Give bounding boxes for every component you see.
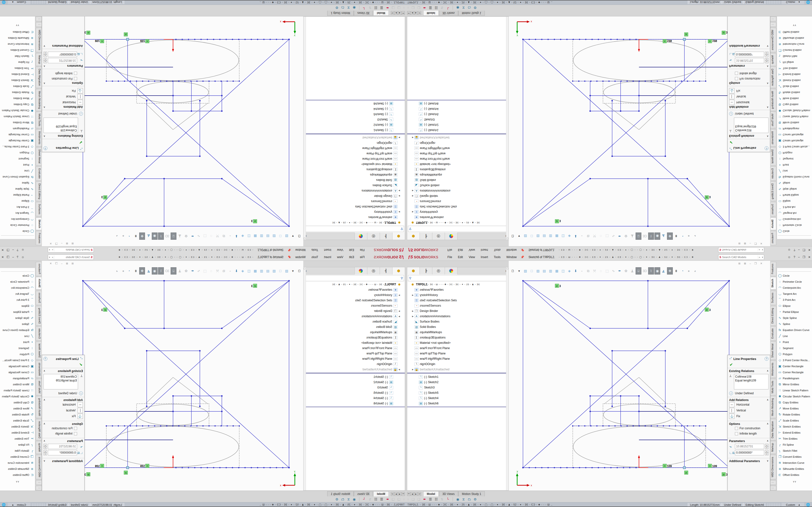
menu-item-convert-entities[interactable]: ❐Convert Entities [777,454,812,460]
tree-item-design-binder[interactable]: ▶❐Design Binder [304,193,405,199]
mdi-control-0[interactable]: ⊞ [71,242,74,245]
tree-item-favorites[interactable]: ★FavoritesFavorites [304,215,405,220]
globe-icon[interactable]: 🌐 [806,503,810,507]
close-button[interactable]: ✕ [808,248,811,251]
mdi-control-2[interactable]: – [61,262,62,265]
checkbox[interactable] [74,432,77,435]
toolbar-icon-19[interactable]: ⊥ [629,267,635,275]
menu-item-tangent-arc[interactable]: ◡Tangent Arc [0,291,35,297]
relation-entry[interactable]: Collinear108 [45,128,77,132]
bottom-toolbar-icon-5[interactable]: ⇅ [367,497,373,501]
mdi-control-3[interactable]: ❐ [55,242,58,245]
toolbar-icon-26[interactable]: ⩩ [133,267,139,275]
menu-item-equation-driven-curve[interactable]: fxEquation Driven Curve [0,327,35,333]
toolbar-icon-16[interactable]: ∿ [196,267,202,275]
search-dropdown-icon[interactable]: ▾ [761,256,764,258]
tree-item-selection-sets[interactable]: ☰Selection SetsSelection Sets [304,204,405,209]
toolbar-icon-16[interactable]: ∿ [196,232,202,240]
toolbar-icon-17[interactable]: ✒ [190,267,195,275]
tab-configurationmanager[interactable]: ⦿ [433,267,445,275]
menu-item-line[interactable]: ╱Line [0,168,35,174]
tab-nav-3[interactable]: ⏭ [418,11,421,15]
bottom-toolbar-icon-0[interactable]: ❏ [410,6,416,10]
toolbar-icon-14[interactable]: ◌ [208,232,214,240]
toolbar-icon-8[interactable]: ◫ [246,267,252,275]
tab-displaymanager[interactable] [445,232,457,240]
toolbar-icon-1[interactable]: ▾ [290,232,296,240]
toolbar-icon-17[interactable]: ✒ [190,232,195,240]
tree-item-markups[interactable]: ▣MarkupsMarkups [304,172,405,177]
search-icon[interactable]: ⌕ [758,256,761,259]
tree-item-selection-sets[interactable]: ☰Selection SetsSelection Sets [407,298,508,303]
tree-scrollbar[interactable] [506,17,508,240]
menu-item-ellipse[interactable]: ⬭Ellipse [0,303,35,309]
relations-list[interactable]: Collinear108Equal length109 [734,118,768,133]
tree-item-annotations[interactable]: ▶AAnnotationsAnnotations [407,314,508,319]
tree-filter-input[interactable]: ∇ [304,275,404,281]
tab-nav-1[interactable]: ◀ [398,492,401,496]
menu-item-move-entities[interactable]: ↗Move Entities [777,405,812,411]
tree-item-sketch2[interactable]: ⊞(-) Sketch2 [407,380,508,385]
relation-entry[interactable]: Equal length109 [735,125,767,128]
globe-icon[interactable]: 🌐 [2,0,6,4]
pin-icon[interactable]: 📌 [288,256,292,259]
menu-item-intersection-curve[interactable]: ≋Intersection Curve [0,460,35,466]
menu-window[interactable]: Window [503,248,520,252]
menu-item-3-point-arc[interactable]: ⌒3 Point Arc [777,204,812,210]
option-for-construction[interactable]: For construction [44,76,83,81]
expand-icon[interactable]: ∨ [44,459,45,463]
bottom-toolbar-icon-5[interactable]: ⇅ [439,6,445,10]
toolbar-icon-22[interactable]: ⌇ [158,267,164,275]
length-spinner[interactable]: ▲▼ [765,444,768,449]
menu-item-segment[interactable]: ⁝Segment [0,345,35,351]
toolbar-icon-12[interactable]: ⧉ [221,232,227,240]
menu-view[interactable]: View [334,248,346,252]
tree-item-front-plane[interactable]: ▭Front PlaneFront Plane [407,156,508,162]
mdi-control-3[interactable]: ❐ [755,262,757,265]
toolbar-icon-18[interactable]: ✿ [623,232,629,240]
menu-item-extend-entities[interactable]: ⊢Extend Entities [777,430,812,436]
menu-insert[interactable]: Insert [478,248,491,252]
expander-icon[interactable]: ▶ [398,211,401,213]
tab-featuremanager[interactable]: ⬢ [392,267,405,275]
menu-insert[interactable]: Insert [321,248,334,252]
command-tab-direct-editing[interactable]: Direct Editing [770,306,776,326]
bottom-toolbar-icon-8[interactable]: ◉ [455,497,461,501]
menu-item-intersection-curve[interactable]: ≋Intersection Curve [777,460,812,466]
close-button[interactable]: ✕ [1,248,4,251]
toolbar-icon-14[interactable]: ◌ [598,232,604,240]
toolbar-icon-6[interactable]: ▥ [259,232,264,240]
toolbar-icon-15[interactable]: ⬚ [202,232,208,240]
option-infinite-length[interactable]: Infinite length [729,431,768,436]
search-input[interactable]: S Search CAD Models ⌕ ▾ [718,247,764,252]
menu-item-fit-spline[interactable]: ╭Fit Spline [777,59,812,65]
tree-root[interactable]: ⬢TЯPDL2. ◦ ƎƐ ◦ Ш ◦ ◦ ◦ ✚ ◦ ƆC ◦ ƎƐ ◦ ✦ … [407,282,508,287]
command-tab-sketch[interactable]: Sketch [770,277,776,289]
toolbar-icon-4[interactable]: ▨ [535,232,541,240]
tree-item-origin[interactable]: └OriginOrigin [407,361,508,367]
toolbar-icon-26[interactable]: ⩩ [673,267,679,275]
bottom-toolbar-icon-9[interactable]: ⧖ [346,6,351,10]
toolbar-icon-8[interactable]: ◫ [560,232,566,240]
menu-window[interactable]: Window [292,255,309,260]
menu-item-center-rectangle[interactable]: ▣Center Rectangle [0,138,35,144]
toolbar-icon-21[interactable]: 3D [642,232,648,240]
option-infinite-length[interactable]: Infinite length [729,71,768,76]
angle-field[interactable]: 0.00000000° [48,450,77,455]
user-icon[interactable]: ☺ [21,248,24,251]
menu-insert[interactable]: Insert [478,255,491,260]
menu-item-trim-entities[interactable]: ✂Trim Entities [777,436,812,442]
toolbar-icon-23[interactable]: ◉ [654,232,660,240]
menu-item-linear-sketch-pattern[interactable]: ∷Linear Sketch Pattern [0,387,35,393]
command-tab--[interactable]: : [36,480,42,485]
expander-icon[interactable]: ▶ [411,294,414,296]
menu-item-equation-driven-curve[interactable]: fxEquation Driven Curve [777,327,812,333]
menu-item-copy-entities[interactable]: ⧉Copy Entities [0,399,35,405]
toolbar-grip[interactable]: ⋮ [403,498,405,501]
bottom-toolbar-icon-9[interactable]: ⧖ [461,497,466,501]
relation-badge[interactable]: ⧄3 [251,284,257,288]
menu-item-partial-ellipse[interactable]: ◔Partial Ellipse [0,309,35,315]
command-tab-mold-tools[interactable]: Mold Tools [36,379,42,395]
ok-checkmark-icon[interactable]: ✔ [42,139,84,145]
tab-motion-study-1[interactable]: Motion Study 1 [458,11,485,16]
